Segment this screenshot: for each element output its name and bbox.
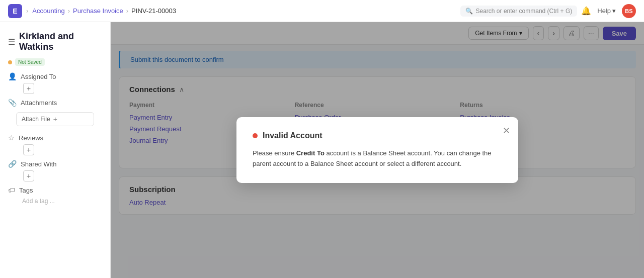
shared-with-label: Shared With xyxy=(21,160,57,168)
sidebar-item-shared-with[interactable]: 🔗 Shared With xyxy=(0,157,110,170)
add-review-button[interactable]: + xyxy=(23,144,34,155)
tags-label: Tags xyxy=(19,187,33,194)
breadcrumb-sep2: › xyxy=(126,7,128,15)
add-shared-with-button[interactable]: + xyxy=(23,170,34,181)
assigned-to-icon: 👤 xyxy=(8,72,17,80)
invalid-account-modal: Invalid Account ✕ Please ensure Credit T… xyxy=(236,117,518,183)
breadcrumb-purchase-invoice[interactable]: Purchase Invoice xyxy=(73,7,123,15)
topbar: E › Accounting › Purchase Invoice › PINV… xyxy=(0,0,644,22)
help-menu[interactable]: Help ▾ xyxy=(597,7,616,15)
attach-file-plus-icon: + xyxy=(53,115,57,123)
error-dot-icon xyxy=(253,133,258,138)
tags-icon: 🏷 xyxy=(8,186,15,194)
modal-title: Invalid Account xyxy=(263,131,323,140)
topbar-right: 🔔 Help ▾ BS xyxy=(581,4,636,18)
modal-overlay: Invalid Account ✕ Please ensure Credit T… xyxy=(111,22,644,278)
sidebar-header: ☰ Kirkland and Watkins xyxy=(0,28,110,57)
attachments-icon: 📎 xyxy=(8,99,17,107)
main-layout: ☰ Kirkland and Watkins Not Saved 👤 Assig… xyxy=(0,22,644,278)
help-label: Help xyxy=(597,7,611,15)
modal-close-button[interactable]: ✕ xyxy=(503,125,510,136)
app-logo: E xyxy=(8,4,22,18)
user-avatar[interactable]: BS xyxy=(622,4,636,18)
help-chevron-icon: ▾ xyxy=(612,7,616,15)
search-icon: 🔍 xyxy=(465,8,473,15)
reviews-label: Reviews xyxy=(19,134,43,142)
main-content: Get Items From ▾ ‹ › 🖨 ··· Save Submit t… xyxy=(111,22,644,278)
modal-header: Invalid Account xyxy=(253,131,502,140)
breadcrumb-sep-1: › xyxy=(26,7,28,15)
sidebar-item-reviews[interactable]: ☆ Reviews xyxy=(0,131,110,144)
assigned-to-label: Assigned To xyxy=(21,73,56,80)
sidebar-item-tags[interactable]: 🏷 Tags xyxy=(0,183,110,197)
reviews-icon: ☆ xyxy=(8,134,15,142)
breadcrumb-sep: › xyxy=(68,7,70,15)
add-assigned-to-button[interactable]: + xyxy=(23,83,34,94)
not-saved-dot xyxy=(8,60,12,64)
modal-body: Please ensure Credit To account is a Bal… xyxy=(253,148,502,169)
sidebar: ☰ Kirkland and Watkins Not Saved 👤 Assig… xyxy=(0,22,111,278)
shared-with-icon: 🔗 xyxy=(8,160,17,168)
attach-file-label: Attach File xyxy=(22,116,50,123)
add-tag-link[interactable]: Add a tag ... xyxy=(0,197,110,208)
search-text: Search or enter command (Ctrl + G) xyxy=(476,8,573,15)
menu-icon[interactable]: ☰ xyxy=(8,37,15,47)
sidebar-item-assigned-to[interactable]: 👤 Assigned To xyxy=(0,70,110,83)
notification-bell-icon[interactable]: 🔔 xyxy=(581,6,591,16)
sidebar-org-name: Kirkland and Watkins xyxy=(19,31,102,52)
not-saved-badge: Not Saved xyxy=(15,58,45,66)
modal-body-prefix: Please ensure xyxy=(253,149,296,157)
breadcrumb-doc-id: PINV-21-00003 xyxy=(131,7,176,15)
modal-credit-to: Credit To xyxy=(296,149,325,157)
breadcrumb-accounting[interactable]: Accounting xyxy=(32,7,64,15)
sidebar-item-attachments[interactable]: 📎 Attachments xyxy=(0,96,110,109)
breadcrumb: Accounting › Purchase Invoice › PINV-21-… xyxy=(32,7,456,15)
attachments-label: Attachments xyxy=(21,99,57,107)
attach-file-button[interactable]: Attach File + xyxy=(16,112,94,126)
search-bar[interactable]: 🔍 Search or enter command (Ctrl + G) xyxy=(460,6,578,17)
